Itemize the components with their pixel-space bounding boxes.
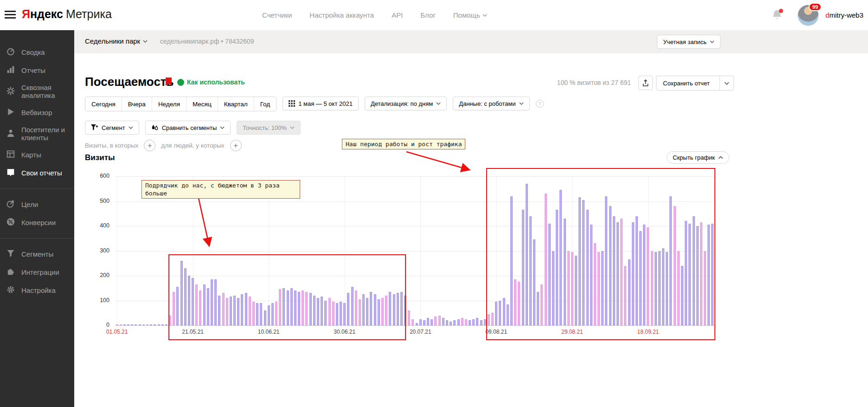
chart-bar[interactable]	[416, 323, 418, 325]
chart-bar[interactable]	[446, 320, 448, 325]
add-people-condition-button[interactable]: +	[230, 140, 242, 151]
sidebar-item-my-reports[interactable]: Свои отчеты	[0, 164, 74, 182]
chart-bar[interactable]	[453, 320, 456, 325]
chart-bar[interactable]	[131, 324, 133, 326]
chart-bar[interactable]	[442, 318, 444, 325]
chart-bar[interactable]	[165, 324, 167, 326]
annotation-note-our-period: Наш период работы и рост трафика	[342, 139, 465, 149]
sidebar-item-label: Сводка	[21, 48, 45, 56]
reports-icon	[6, 65, 15, 75]
chart-bar[interactable]	[142, 324, 145, 326]
username[interactable]: dmitry-web3	[825, 11, 863, 19]
save-report-button[interactable]: Сохранить отчет	[656, 76, 734, 90]
period-tab-неделя[interactable]: Неделя	[152, 97, 186, 111]
annotation-note-contractor: Подрядчик до нас, с бюджетом в 3 раза бо…	[141, 180, 300, 199]
gridline-x	[117, 176, 117, 325]
visits-bar-chart[interactable]: 01.05.2121.05.2110.06.2130.06.2120.07.21…	[115, 176, 714, 325]
detail-dropdown[interactable]: Детализация: по дням	[365, 97, 447, 110]
chart-bar[interactable]	[434, 317, 437, 325]
notifications-bell-icon[interactable]	[772, 9, 783, 21]
visit-condition-row: Визиты, в которых + для людей, у которых…	[85, 140, 242, 151]
chart-bar[interactable]	[150, 324, 152, 326]
dashboard-icon	[6, 47, 15, 57]
hide-chart-button[interactable]: Скрыть график	[667, 151, 729, 164]
sidebar-item-conversions[interactable]: Конверсии	[0, 213, 74, 232]
chart-bar[interactable]	[154, 324, 156, 326]
date-range-button[interactable]: 1 мая — 5 окт 2021	[283, 97, 359, 110]
chart-bar[interactable]	[146, 324, 148, 326]
chart-bar[interactable]	[158, 324, 160, 326]
chart-bar[interactable]	[472, 319, 475, 325]
save-report-dropdown[interactable]	[720, 76, 733, 90]
notification-dot	[779, 9, 783, 13]
chart-bar[interactable]	[408, 310, 410, 325]
sidebar-item-integrations[interactable]: Интеграции	[0, 263, 74, 281]
compare-segments-button[interactable]: Сравнить сегменты	[145, 121, 231, 135]
top-nav-item[interactable]: API	[392, 11, 403, 19]
period-tab-вчера[interactable]: Вчера	[122, 97, 152, 111]
chart-bar[interactable]	[438, 316, 441, 325]
add-visit-condition-button[interactable]: +	[144, 140, 155, 151]
chart-bar[interactable]	[139, 324, 141, 326]
counter-selector[interactable]: Седельники парк	[85, 37, 148, 45]
chevron-down-icon	[129, 126, 133, 129]
chart-bar[interactable]	[120, 324, 122, 326]
sidebar-item-settings[interactable]: Настройка	[0, 281, 74, 299]
top-nav-item[interactable]: Помощь	[453, 11, 487, 19]
period-tabs: СегодняВчераНеделяМесяцКварталГод	[85, 97, 276, 111]
chevron-down-icon	[220, 126, 225, 129]
settings-icon	[6, 285, 15, 295]
top-nav-item[interactable]: Настройка аккаунта	[309, 11, 374, 19]
chart-bar[interactable]	[135, 324, 137, 326]
period-filter-row: СегодняВчераНеделяМесяцКварталГод 1 мая …	[85, 97, 544, 111]
sidebar-item-dashboard[interactable]: Сводка	[0, 43, 74, 61]
chart-bar[interactable]	[161, 324, 164, 326]
sidebar-item-label: Сегменты	[21, 250, 53, 258]
data-robots-dropdown[interactable]: Данные: с роботами	[453, 97, 529, 110]
user-avatar[interactable]: 99	[797, 5, 819, 26]
chart-bar[interactable]	[431, 319, 433, 325]
chevron-down-icon	[724, 82, 729, 85]
period-tab-год[interactable]: Год	[254, 97, 276, 111]
sidebar-item-label: Цели	[21, 200, 38, 208]
help-question-icon[interactable]: ?	[536, 100, 544, 108]
top-nav-item[interactable]: Блог	[420, 11, 435, 19]
accuracy-button[interactable]: Точность: 100%	[237, 121, 301, 135]
droplets-icon	[151, 124, 159, 131]
how-to-use-link[interactable]: i Как использовать	[177, 78, 245, 86]
logo[interactable]: ЯндексМетрика	[22, 7, 112, 21]
sidebar-item-reports[interactable]: Отчеты	[0, 61, 74, 79]
chart-bar[interactable]	[480, 320, 482, 325]
chart-bar[interactable]	[476, 318, 478, 325]
top-nav-item[interactable]: Счетчики	[262, 11, 292, 19]
chart-bar[interactable]	[465, 319, 467, 325]
hamburger-menu-icon[interactable]	[5, 11, 16, 19]
goals-icon	[6, 200, 15, 209]
period-tab-месяц[interactable]: Месяц	[186, 97, 218, 111]
chart-bar[interactable]	[411, 319, 414, 325]
chart-bar[interactable]	[457, 319, 460, 325]
y-axis-tick-label: 400	[84, 222, 109, 229]
chart-bar[interactable]	[116, 324, 118, 326]
chart-bar[interactable]	[423, 320, 425, 325]
sidebar-item-visitors[interactable]: Посетители и клиенты	[0, 122, 74, 146]
chart-bar[interactable]	[461, 318, 463, 325]
yandex-metrica-app: ЯндексМетрика СчетчикиНастройка аккаунта…	[0, 0, 868, 407]
sidebar-item-goals[interactable]: Цели	[0, 195, 74, 213]
period-tab-сегодня[interactable]: Сегодня	[85, 97, 122, 111]
segment-button[interactable]: Сегмент	[85, 121, 139, 135]
chart-bar[interactable]	[419, 319, 422, 325]
account-button[interactable]: Учетная запись	[657, 35, 720, 49]
sidebar-item-maps[interactable]: Карты	[0, 146, 74, 164]
sidebar-item-segments[interactable]: Сегменты	[0, 245, 74, 263]
chart-bar[interactable]	[123, 324, 126, 326]
chart-bar[interactable]	[469, 320, 471, 325]
export-button[interactable]	[638, 76, 653, 90]
chart-bar[interactable]	[450, 322, 452, 325]
chart-bar[interactable]	[127, 324, 129, 326]
chart-bar[interactable]	[427, 318, 429, 325]
sidebar-item-webvisor[interactable]: Вебвизор	[0, 103, 74, 122]
period-tab-квартал[interactable]: Квартал	[218, 97, 254, 111]
sidebar-item-cross-analytics[interactable]: Сквозная аналитика	[0, 79, 74, 103]
bookmark-icon[interactable]	[165, 78, 172, 86]
